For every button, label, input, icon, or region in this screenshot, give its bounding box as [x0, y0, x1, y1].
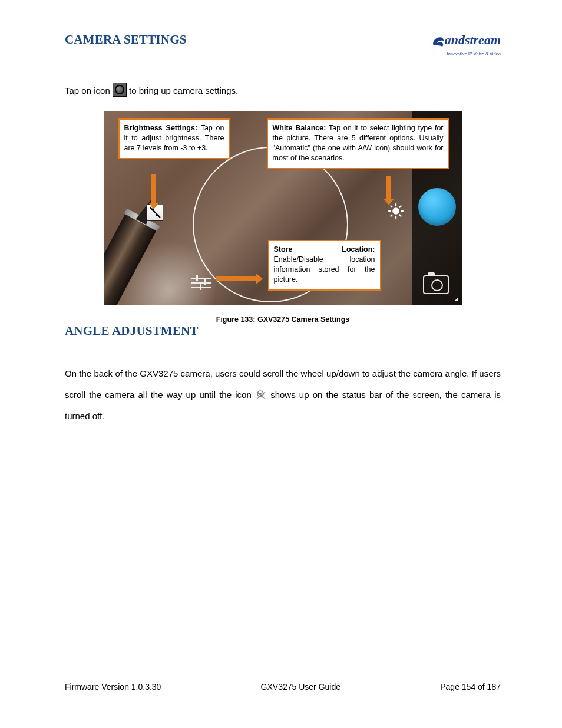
store-location-arrow [216, 276, 257, 281]
brightness-arrow [151, 174, 156, 204]
camera-mode-icon[interactable] [423, 275, 449, 294]
svg-text:−: − [156, 212, 159, 219]
footer-page-number: Page 154 of 187 [440, 682, 501, 691]
camera-settings-figure: + − Brightness Settings: Tap on it to ad… [104, 111, 462, 305]
svg-line-7 [390, 215, 392, 217]
svg-line-6 [399, 215, 401, 217]
settings-sliders-icon[interactable] [191, 275, 211, 291]
pen-illustration [104, 177, 183, 305]
figure-caption: Figure 133: GXV3275 Camera Settings [104, 315, 462, 324]
store-location-callout: Store Location: Enable/Disable location … [268, 240, 381, 291]
footer-doc-title: GXV3275 User Guide [261, 682, 340, 691]
brightness-callout-title: Brightness Settings: [124, 124, 198, 132]
angle-paragraph: On the back of the GXV3275 camera, users… [65, 363, 501, 427]
white-balance-icon[interactable] [388, 203, 404, 219]
white-balance-callout-title: White Balance: [273, 124, 326, 132]
camera-off-icon [255, 390, 267, 400]
intro-text: Tap on icon to bring up camera settings. [65, 83, 501, 97]
footer-firmware: Firmware Version 1.0.3.30 [65, 682, 161, 691]
shutter-button[interactable] [418, 188, 456, 226]
white-balance-callout: White Balance: Tap on it to select light… [267, 118, 449, 169]
svg-line-8 [399, 206, 401, 208]
settings-circle-icon [113, 83, 127, 97]
page-footer: Firmware Version 1.0.3.30 GXV3275 User G… [65, 682, 501, 691]
heading-angle-adjustment: ANGLE ADJUSTMENT [65, 324, 501, 338]
store-location-callout-text: Enable/Disable location information stor… [274, 255, 375, 284]
store-location-callout-title: Store Location: [274, 245, 375, 253]
svg-point-0 [393, 208, 398, 213]
intro-before: Tap on icon [65, 85, 113, 95]
intro-after: to bring up camera settings. [129, 85, 238, 95]
brand-tagline: Innovative IP Voice & Video [447, 52, 501, 56]
brightness-callout: Brightness Settings: Tap on it to adjust… [118, 118, 230, 159]
svg-line-5 [390, 206, 392, 208]
brand-logo: andstream Innovative IP Voice & Video [431, 32, 501, 57]
white-balance-arrow [386, 176, 391, 200]
resize-grip-icon [454, 297, 458, 301]
